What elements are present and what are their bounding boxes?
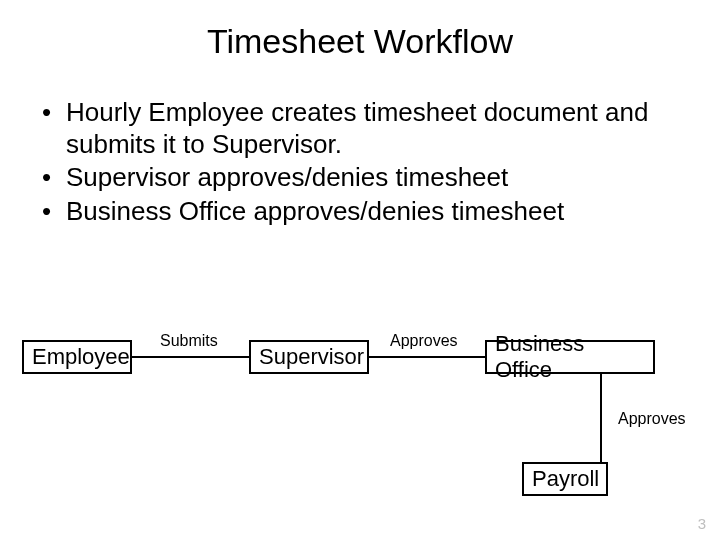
list-item: Business Office approves/denies timeshee… bbox=[36, 196, 684, 228]
bullet-list: Hourly Employee creates timesheet docume… bbox=[0, 79, 720, 228]
node-business-office: Business Office bbox=[485, 340, 655, 374]
list-item: Supervisor approves/denies timesheet bbox=[36, 162, 684, 194]
edge-line bbox=[369, 356, 485, 358]
node-supervisor: Supervisor bbox=[249, 340, 369, 374]
edge-label-approves1: Approves bbox=[390, 332, 458, 350]
edge-line bbox=[600, 374, 602, 462]
edge-label-submits: Submits bbox=[160, 332, 218, 350]
edge-line bbox=[132, 356, 249, 358]
list-item: Hourly Employee creates timesheet docume… bbox=[36, 97, 684, 160]
page-number: 3 bbox=[698, 515, 706, 532]
slide-title: Timesheet Workflow bbox=[0, 0, 720, 79]
node-payroll: Payroll bbox=[522, 462, 608, 496]
edge-label-approves2: Approves bbox=[618, 410, 686, 428]
node-employee: Employee bbox=[22, 340, 132, 374]
